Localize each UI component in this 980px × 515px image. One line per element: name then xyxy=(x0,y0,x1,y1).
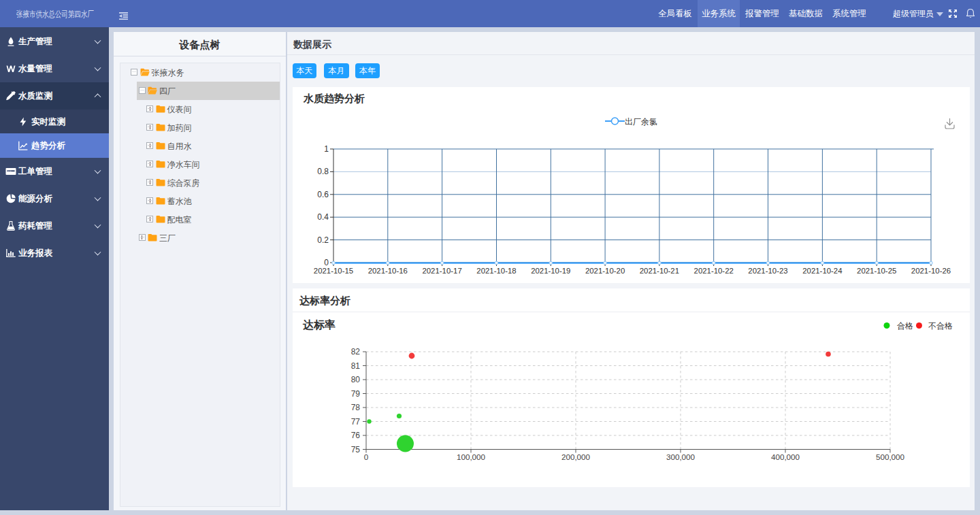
svg-text:2021-10-24: 2021-10-24 xyxy=(802,267,842,275)
svg-text:77: 77 xyxy=(351,417,361,427)
svg-text:2021-10-20: 2021-10-20 xyxy=(585,267,625,275)
svg-text:100,000: 100,000 xyxy=(457,452,486,461)
svg-text:500,000: 500,000 xyxy=(876,452,905,461)
svg-text:2021-10-25: 2021-10-25 xyxy=(857,267,896,275)
svg-text:0.2: 0.2 xyxy=(317,235,329,245)
svg-text:2021-10-16: 2021-10-16 xyxy=(368,267,408,275)
svg-text:2021-10-23: 2021-10-23 xyxy=(748,267,787,275)
svg-text:2021-10-19: 2021-10-19 xyxy=(531,267,570,275)
svg-text:0: 0 xyxy=(364,452,369,461)
svg-text:200,000: 200,000 xyxy=(561,452,591,461)
svg-text:79: 79 xyxy=(351,389,361,399)
svg-text:2021-10-15: 2021-10-15 xyxy=(314,267,353,275)
svg-text:300,000: 300,000 xyxy=(666,452,696,461)
svg-text:76: 76 xyxy=(351,431,361,440)
svg-text:0.8: 0.8 xyxy=(317,167,329,176)
svg-text:80: 80 xyxy=(351,375,361,384)
svg-text:81: 81 xyxy=(351,361,361,371)
svg-text:不合格: 不合格 xyxy=(928,321,953,331)
svg-text:2021-10-22: 2021-10-22 xyxy=(694,267,734,275)
svg-text:0.6: 0.6 xyxy=(317,190,329,199)
svg-text:1: 1 xyxy=(324,144,329,154)
svg-text:2021-10-21: 2021-10-21 xyxy=(640,267,679,275)
svg-text:合格: 合格 xyxy=(897,321,913,331)
svg-text:2021-10-17: 2021-10-17 xyxy=(422,267,461,275)
svg-text:出厂余氯: 出厂余氯 xyxy=(625,117,657,127)
svg-text:75: 75 xyxy=(351,445,361,454)
svg-text:78: 78 xyxy=(351,403,361,412)
svg-text:400,000: 400,000 xyxy=(771,452,800,461)
svg-text:0.4: 0.4 xyxy=(317,212,329,222)
svg-text:82: 82 xyxy=(351,347,361,356)
svg-text:2021-10-18: 2021-10-18 xyxy=(476,267,516,275)
svg-text:2021-10-26: 2021-10-26 xyxy=(911,267,951,275)
